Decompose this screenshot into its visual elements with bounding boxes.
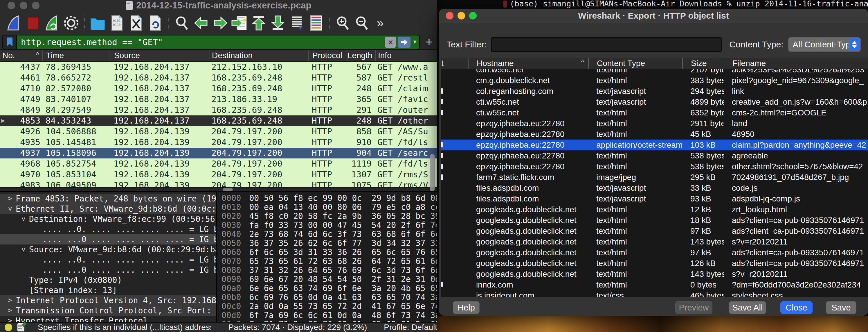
object-row[interactable]: cdn.w55c.nettext/html2107 bytesaclk%253F… [441,69,868,75]
packet-row[interactable]: 4968105.852754192.168.204.139204.79.197.… [0,159,437,169]
hex-row[interactable]: 009069 6e 67 20 48 54 54 50 2f 31 2e 31 … [221,275,437,284]
object-row[interactable]: epzqy.iphaeba.eu:22780application/octet-… [441,140,868,150]
column-header-filename[interactable]: Filename [724,58,868,68]
capture-options-gear-icon[interactable] [62,14,81,32]
packet-row[interactable]: 4926104.506888192.168.204.139204.79.197.… [0,126,437,137]
object-row[interactable]: epzqy.iphaeba.eu:22780text/html538 bytes… [441,161,868,172]
expert-info-icon[interactable] [5,324,12,331]
expand-chevron-icon[interactable]: > [4,295,16,306]
hex-row[interactable]: 00402e 73 68 74 6d 6c 3f 73 63 68 6f 6f … [221,230,437,239]
reload-file-button[interactable] [146,14,165,32]
restart-capture-button[interactable] [42,14,62,32]
object-row[interactable]: cm.g.doubleclick.nettext/html383 bytespi… [441,75,868,86]
detail-line[interactable]: >Ethernet II, Src: VMware_9d:b8:6d (00:0… [0,204,216,214]
object-row[interactable]: googleads.g.doubleclick.nettext/html143 … [441,237,868,247]
hex-row[interactable]: 002045 f8 c0 20 58 fc 2a 9b 36 05 28 bc … [221,212,437,221]
hex-row[interactable]: 00d06f 7a 69 6c 6c 61 0d 0a 48 6f 73 74 … [221,311,437,320]
object-row[interactable]: epzqy.iphaeba.eu:22780text/html538 bytes… [441,150,868,161]
column-header-content-type[interactable]: Content Type [588,58,682,68]
horizontal-scrollbar-thumb[interactable] [223,188,233,191]
open-file-button[interactable] [88,14,107,32]
terminal-window[interactable]: (base) simangill@SIMANs-MacBook-Air Down… [437,0,868,9]
detail-line[interactable]: >Source: VMware_9d:b8:6d (00:0c:29:9d:b8… [0,245,216,255]
object-row[interactable]: epzqy.iphaeba.eu:22780text/html45 kB4895… [441,129,868,140]
packet-row[interactable]: 4970105.853104192.168.204.139204.79.197.… [0,169,437,180]
detail-line[interactable]: >Transmission Control Protocol, Src Port… [0,306,216,316]
previous-packet-button[interactable] [192,14,211,32]
main-titlebar[interactable]: 2014-12-15-traffic-analysis-exercise.pca… [0,0,437,11]
column-header-source[interactable]: Source [109,50,210,61]
packet-row[interactable]: 4937105.158096192.168.204.139204.79.197.… [0,148,437,159]
filter-bookmark-icon[interactable] [3,35,17,49]
column-header-no[interactable]: No.^ [0,50,42,61]
first-packet-button[interactable] [249,14,268,32]
object-row[interactable]: farm7.static.flickr.comimage/jpeg295 kB7… [441,172,868,183]
column-header-time[interactable]: Time [42,50,109,61]
expand-chevron-icon[interactable]: > [4,316,16,322]
dialog-titlebar[interactable]: Wireshark · Export · HTTP object list [439,9,868,23]
stop-capture-button[interactable] [23,14,42,32]
object-row[interactable]: col.reganhosting.comtext/javascript294 b… [441,86,868,96]
hex-row[interactable]: 00e07a 71 79 2e 69 70 68 61 65 62 61 2e … [221,320,437,322]
column-header-size[interactable]: Size [682,58,724,68]
object-row[interactable]: googleads.g.doubleclick.nettext/html12 k… [441,204,868,215]
object-row[interactable]: googleads.g.doubleclick.nettext/html143 … [441,269,868,279]
filter-apply-button[interactable] [398,37,410,48]
toolbar-overflow-chevron[interactable]: » [377,16,383,30]
display-filter-input[interactable]: http.request.method == "GET" × ▼ [2,35,420,49]
detail-line[interactable]: .... ...0 .... .... .... .... = IG bit: [0,265,216,275]
dialog-close-button[interactable] [446,12,454,20]
packet-row[interactable]: 474983.740107192.168.204.137213.186.33.1… [0,94,437,105]
object-row[interactable]: googleads.g.doubleclick.nettext/html18 k… [441,215,868,226]
object-row[interactable]: googleads.g.doubleclick.nettext/html97 k… [441,226,868,237]
packet-row[interactable]: 443778.369435192.168.204.137212.152.163.… [0,62,437,73]
collapse-chevron-icon[interactable]: > [5,203,15,215]
hex-row[interactable]: 00a06e 6e 65 63 74 69 6f 6e 3a 20 4b 65 … [221,284,437,293]
packet-row[interactable]: 4983106.049509192.168.204.139204.79.197.… [0,180,437,187]
hex-row[interactable]: 00606f 6c 65 3d 31 33 36 26 65 6c 65 76 … [221,248,437,257]
detail-line[interactable]: Type: IPv4 (0x0800) [0,275,216,285]
auto-scroll-button[interactable] [287,14,307,32]
help-button[interactable]: Help [453,301,479,314]
dialog-traffic-lights[interactable] [446,12,477,20]
packet-row[interactable]: 485384.353243192.168.204.137168.235.69.2… [0,115,437,126]
column-header-packet[interactable]: t [441,58,468,68]
object-row[interactable]: files.adspdbl.comtext/javascript93 kBads… [441,193,868,204]
packet-row[interactable]: 484984.297549192.168.204.137168.235.69.2… [0,105,437,115]
save-button[interactable]: Save [826,301,857,314]
collapse-chevron-icon[interactable]: > [18,213,28,225]
filter-dropdown-caret[interactable]: ▼ [412,39,417,45]
capture-comment-icon[interactable] [18,323,24,331]
detail-line[interactable]: >Destination: VMware_f8:ec:99 (00:50:56:… [0,214,216,224]
detail-line[interactable]: .... ..0. .... .... .... .... = LG bit: [0,224,216,234]
collapse-chevron-icon[interactable]: > [18,244,28,255]
save-all-button[interactable]: Save All [729,301,766,314]
packet-list-horizontal-scrollbar[interactable] [0,187,437,192]
hex-row[interactable]: 00c02a 0d 0a 55 73 65 72 2d 41 67 65 6e … [221,302,437,311]
packet-list-scrollbar-thumb[interactable] [430,154,435,191]
hex-row[interactable]: 005036 37 35 26 62 6c 6f 77 3d 34 32 37 … [221,239,437,248]
packet-row[interactable]: 471082.572080192.168.204.137168.235.69.2… [0,83,437,94]
last-packet-button[interactable] [268,14,287,32]
status-profile[interactable]: Profile: Default [384,323,437,332]
filter-add-button[interactable]: + [423,36,435,48]
detail-line[interactable]: >Internet Protocol Version 4, Src: 192.1… [0,295,216,306]
text-filter-input[interactable] [491,37,722,52]
expand-chevron-icon[interactable]: > [4,194,16,204]
hex-row[interactable]: 001000 ea 04 13 40 00 80 06 79 e5 c0 a8 … [221,203,437,212]
dialog-minimize-button[interactable] [458,12,465,20]
detail-line[interactable]: >Frame 4853: Packet, 248 bytes on wire (… [0,194,216,204]
column-header-length[interactable]: Length [347,50,375,61]
column-header-destination[interactable]: Destination [210,50,308,61]
close-file-button[interactable] [127,14,146,32]
packet-row[interactable]: 4935105.145481192.168.204.139204.79.197.… [0,137,437,148]
object-row[interactable]: is.insideout.comtext/css465 bytesstylesh… [441,290,868,297]
find-packet-button[interactable] [173,14,192,32]
close-window-button[interactable] [7,2,15,9]
go-to-packet-button[interactable] [230,14,249,32]
hex-row[interactable]: 000000 50 56 f8 ec 99 00 0c 29 9d b8 6d … [221,194,437,203]
object-row[interactable]: cti.w55c.nettext/javascript4899 bytescre… [441,96,868,107]
save-file-button[interactable]: 01010110 [107,14,127,32]
hex-row[interactable]: 007065 73 65 61 72 63 68 26 64 72 65 61 … [221,257,437,266]
object-row[interactable]: cti.w55c.nettext/html6352 bytescms-2c.ht… [441,107,868,118]
